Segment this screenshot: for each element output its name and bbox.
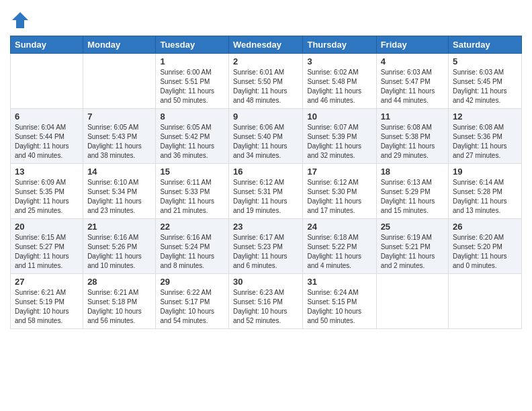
calendar-cell: 29 Sunrise: 6:22 AMSunset: 5:17 PMDaylig… [156, 274, 229, 329]
calendar-cell: 10 Sunrise: 6:07 AMSunset: 5:39 PMDaylig… [303, 109, 376, 164]
day-detail: Sunrise: 6:03 AMSunset: 5:47 PMDaylight:… [381, 68, 444, 105]
day-detail: Sunrise: 6:20 AMSunset: 5:20 PMDaylight:… [453, 233, 517, 271]
day-detail: Sunrise: 6:13 AMSunset: 5:29 PMDaylight:… [381, 178, 444, 216]
calendar-cell: 27 Sunrise: 6:21 AMSunset: 5:19 PMDaylig… [11, 274, 83, 329]
calendar-cell: 22 Sunrise: 6:16 AMSunset: 5:24 PMDaylig… [156, 219, 229, 274]
weekday-header: Monday [83, 36, 156, 54]
svg-marker-0 [12, 12, 28, 28]
day-number: 3 [307, 56, 371, 66]
day-detail: Sunrise: 6:15 AMSunset: 5:27 PMDaylight:… [15, 233, 79, 271]
day-detail: Sunrise: 6:12 AMSunset: 5:31 PMDaylight:… [233, 178, 298, 216]
calendar-cell: 15 Sunrise: 6:11 AMSunset: 5:33 PMDaylig… [156, 164, 229, 219]
day-number: 11 [381, 111, 444, 122]
calendar-cell [11, 54, 83, 109]
calendar-cell [376, 274, 448, 329]
weekday-header: Thursday [303, 36, 376, 54]
day-number: 29 [160, 277, 224, 287]
day-number: 9 [233, 111, 298, 122]
calendar-week-row: 6 Sunrise: 6:04 AMSunset: 5:44 PMDayligh… [11, 109, 522, 164]
header [10, 7, 522, 30]
day-number: 5 [453, 56, 517, 66]
calendar-week-row: 20 Sunrise: 6:15 AMSunset: 5:27 PMDaylig… [11, 219, 522, 274]
calendar-cell: 3 Sunrise: 6:02 AMSunset: 5:48 PMDayligh… [303, 54, 376, 109]
day-detail: Sunrise: 6:01 AMSunset: 5:50 PMDaylight:… [233, 68, 298, 105]
day-detail: Sunrise: 6:09 AMSunset: 5:35 PMDaylight:… [15, 178, 79, 216]
calendar-cell: 30 Sunrise: 6:23 AMSunset: 5:16 PMDaylig… [229, 274, 303, 329]
calendar-cell: 24 Sunrise: 6:18 AMSunset: 5:22 PMDaylig… [303, 219, 376, 274]
calendar-week-row: 27 Sunrise: 6:21 AMSunset: 5:19 PMDaylig… [11, 274, 522, 329]
weekday-header: Wednesday [229, 36, 303, 54]
calendar-cell: 9 Sunrise: 6:06 AMSunset: 5:40 PMDayligh… [229, 109, 303, 164]
day-number: 26 [453, 222, 517, 232]
day-detail: Sunrise: 6:10 AMSunset: 5:34 PMDaylight:… [87, 178, 151, 216]
day-detail: Sunrise: 6:11 AMSunset: 5:33 PMDaylight:… [160, 178, 224, 216]
calendar-cell: 20 Sunrise: 6:15 AMSunset: 5:27 PMDaylig… [11, 219, 83, 274]
day-detail: Sunrise: 6:16 AMSunset: 5:26 PMDaylight:… [87, 233, 151, 271]
calendar-cell: 8 Sunrise: 6:05 AMSunset: 5:42 PMDayligh… [156, 109, 229, 164]
day-detail: Sunrise: 6:19 AMSunset: 5:21 PMDaylight:… [381, 233, 444, 271]
calendar-cell: 2 Sunrise: 6:01 AMSunset: 5:50 PMDayligh… [229, 54, 303, 109]
calendar-cell: 6 Sunrise: 6:04 AMSunset: 5:44 PMDayligh… [11, 109, 83, 164]
day-detail: Sunrise: 6:22 AMSunset: 5:17 PMDaylight:… [160, 288, 224, 326]
day-number: 31 [307, 277, 371, 287]
calendar-cell: 12 Sunrise: 6:08 AMSunset: 5:36 PMDaylig… [449, 109, 522, 164]
day-detail: Sunrise: 6:08 AMSunset: 5:36 PMDaylight:… [453, 123, 517, 161]
day-number: 7 [87, 111, 151, 122]
day-detail: Sunrise: 6:04 AMSunset: 5:44 PMDaylight:… [15, 123, 79, 161]
calendar-cell: 1 Sunrise: 6:00 AMSunset: 5:51 PMDayligh… [156, 54, 229, 109]
day-number: 23 [233, 222, 298, 232]
day-detail: Sunrise: 6:24 AMSunset: 5:15 PMDaylight:… [307, 288, 371, 326]
day-number: 27 [15, 277, 79, 287]
day-detail: Sunrise: 6:02 AMSunset: 5:48 PMDaylight:… [307, 68, 371, 105]
day-number: 18 [381, 167, 444, 177]
day-detail: Sunrise: 6:17 AMSunset: 5:23 PMDaylight:… [233, 233, 298, 271]
weekday-header: Sunday [11, 36, 83, 54]
day-number: 17 [307, 167, 371, 177]
day-number: 12 [453, 111, 517, 122]
calendar-cell: 4 Sunrise: 6:03 AMSunset: 5:47 PMDayligh… [376, 54, 448, 109]
day-number: 13 [15, 167, 79, 177]
page-container: SundayMondayTuesdayWednesdayThursdayFrid… [0, 0, 532, 336]
calendar-cell: 25 Sunrise: 6:19 AMSunset: 5:21 PMDaylig… [376, 219, 448, 274]
day-number: 14 [87, 167, 151, 177]
calendar-cell: 13 Sunrise: 6:09 AMSunset: 5:35 PMDaylig… [11, 164, 83, 219]
day-number: 19 [453, 167, 517, 177]
day-number: 4 [381, 56, 444, 66]
day-detail: Sunrise: 6:18 AMSunset: 5:22 PMDaylight:… [307, 233, 371, 271]
calendar-cell: 7 Sunrise: 6:05 AMSunset: 5:43 PMDayligh… [83, 109, 156, 164]
day-number: 2 [233, 56, 298, 66]
calendar-cell [449, 274, 522, 329]
day-detail: Sunrise: 6:08 AMSunset: 5:38 PMDaylight:… [381, 123, 444, 161]
calendar-week-row: 1 Sunrise: 6:00 AMSunset: 5:51 PMDayligh… [11, 54, 522, 109]
day-detail: Sunrise: 6:14 AMSunset: 5:28 PMDaylight:… [453, 178, 517, 216]
weekday-header: Saturday [449, 36, 522, 54]
day-number: 28 [87, 277, 151, 287]
day-number: 20 [15, 222, 79, 232]
day-number: 1 [160, 56, 224, 66]
calendar-cell: 23 Sunrise: 6:17 AMSunset: 5:23 PMDaylig… [229, 219, 303, 274]
day-number: 30 [233, 277, 298, 287]
day-detail: Sunrise: 6:21 AMSunset: 5:19 PMDaylight:… [15, 288, 79, 326]
day-number: 25 [381, 222, 444, 232]
weekday-header: Friday [376, 36, 448, 54]
day-number: 8 [160, 111, 224, 122]
day-number: 6 [15, 111, 79, 122]
calendar-header-row: SundayMondayTuesdayWednesdayThursdayFrid… [11, 36, 522, 54]
day-detail: Sunrise: 6:21 AMSunset: 5:18 PMDaylight:… [87, 288, 151, 326]
logo [10, 10, 33, 30]
day-number: 22 [160, 222, 224, 232]
calendar-cell: 21 Sunrise: 6:16 AMSunset: 5:26 PMDaylig… [83, 219, 156, 274]
calendar-cell: 5 Sunrise: 6:03 AMSunset: 5:45 PMDayligh… [449, 54, 522, 109]
calendar-cell: 28 Sunrise: 6:21 AMSunset: 5:18 PMDaylig… [83, 274, 156, 329]
weekday-header: Tuesday [156, 36, 229, 54]
calendar-table: SundayMondayTuesdayWednesdayThursdayFrid… [10, 36, 522, 329]
calendar-cell: 26 Sunrise: 6:20 AMSunset: 5:20 PMDaylig… [449, 219, 522, 274]
day-detail: Sunrise: 6:07 AMSunset: 5:39 PMDaylight:… [307, 123, 371, 161]
calendar-cell: 11 Sunrise: 6:08 AMSunset: 5:38 PMDaylig… [376, 109, 448, 164]
day-number: 10 [307, 111, 371, 122]
calendar-cell: 19 Sunrise: 6:14 AMSunset: 5:28 PMDaylig… [449, 164, 522, 219]
day-detail: Sunrise: 6:00 AMSunset: 5:51 PMDaylight:… [160, 68, 224, 105]
calendar-cell: 16 Sunrise: 6:12 AMSunset: 5:31 PMDaylig… [229, 164, 303, 219]
calendar-cell: 31 Sunrise: 6:24 AMSunset: 5:15 PMDaylig… [303, 274, 376, 329]
calendar-cell: 18 Sunrise: 6:13 AMSunset: 5:29 PMDaylig… [376, 164, 448, 219]
